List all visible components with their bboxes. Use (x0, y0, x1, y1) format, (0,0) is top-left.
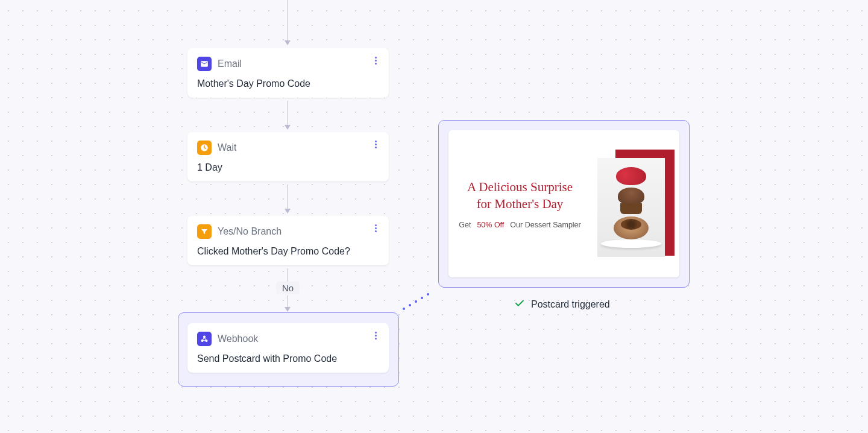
status-text: Postcard triggered (531, 299, 610, 310)
status-postcard-triggered: Postcard triggered (514, 298, 610, 311)
postcard-image (587, 130, 671, 277)
connector-label-4 (288, 296, 288, 307)
node-type-label: Email (218, 58, 242, 69)
node-wait[interactable]: Wait 1 Day (187, 132, 389, 182)
postcard-subtitle: Get 50% Off Our Dessert Sampler (457, 221, 583, 229)
connector-2-3 (288, 185, 288, 209)
arrow-head-4 (285, 307, 291, 312)
connector-3-label (288, 268, 288, 282)
node-title: Clicked Mother's Day Promo Code? (197, 246, 379, 257)
arrow-head-3 (285, 209, 291, 213)
connector-1-2 (288, 101, 288, 125)
kebab-menu-icon[interactable] (370, 329, 382, 341)
node-webhook[interactable]: Webhook Send Postcard with Promo Code (187, 323, 389, 373)
dotted-connector (403, 292, 432, 310)
check-icon (514, 298, 525, 311)
postcard-title: A Delicious Surprise for Mother's Day (457, 179, 583, 213)
kebab-menu-icon[interactable] (370, 138, 382, 150)
node-email[interactable]: Email Mother's Day Promo Code (187, 48, 389, 98)
branch-label-no: No (276, 282, 300, 294)
node-branch[interactable]: Yes/No Branch Clicked Mother's Day Promo… (187, 216, 389, 265)
node-type-label: Webhook (218, 333, 258, 344)
kebab-menu-icon[interactable] (370, 54, 382, 66)
postcard-preview-frame: A Delicious Surprise for Mother's Day Ge… (438, 120, 690, 288)
email-icon (197, 57, 212, 71)
clock-icon (197, 141, 212, 155)
node-title: Send Postcard with Promo Code (197, 353, 379, 364)
arrow-head-2 (285, 125, 291, 130)
kebab-menu-icon[interactable] (370, 222, 382, 234)
filter-icon (197, 224, 212, 239)
node-type-label: Yes/No Branch (218, 226, 281, 237)
svg-point-1 (204, 336, 206, 338)
connector-top (288, 0, 288, 40)
webhook-icon (197, 332, 212, 346)
postcard-preview: A Delicious Surprise for Mother's Day Ge… (448, 130, 679, 277)
node-title: Mother's Day Promo Code (197, 78, 379, 89)
node-title: 1 Day (197, 162, 379, 173)
arrow-head-1 (285, 40, 291, 45)
node-type-label: Wait (218, 142, 236, 153)
